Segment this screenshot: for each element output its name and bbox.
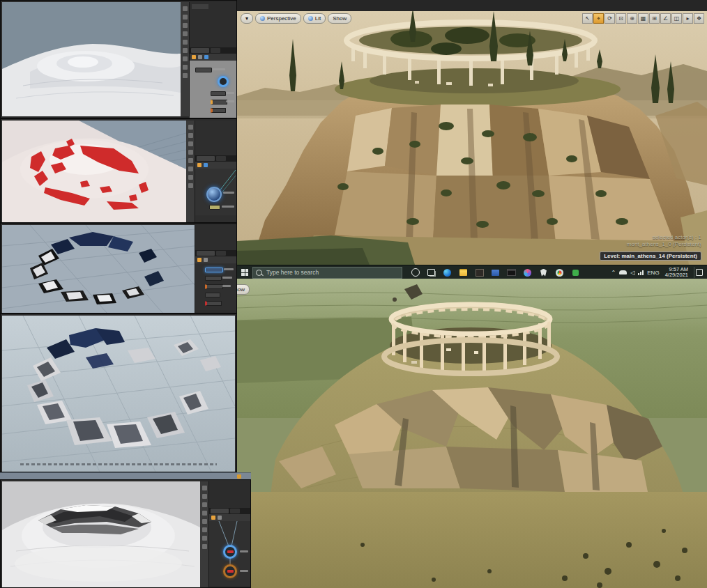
node-editor-toolbar-1[interactable] bbox=[190, 54, 236, 61]
language-indicator[interactable]: ENG bbox=[647, 270, 659, 276]
system-tray: ⌃ ◁ ENG 9:57 AM 4/29/2021 bbox=[611, 267, 707, 279]
windows-logo-icon bbox=[241, 269, 248, 276]
perspective-button[interactable]: Perspective bbox=[255, 13, 301, 24]
sop-node[interactable] bbox=[211, 100, 227, 105]
green-app-icon[interactable] bbox=[570, 267, 581, 279]
selected-sop-node[interactable] bbox=[206, 187, 222, 202]
perspective-icon bbox=[260, 16, 265, 21]
tool-icon[interactable] bbox=[192, 55, 196, 59]
task-view-icon[interactable] bbox=[425, 267, 437, 279]
cortana-icon[interactable] bbox=[409, 267, 421, 279]
node-editor-toolbar-3[interactable] bbox=[195, 256, 236, 263]
scale-snap-icon[interactable]: ◫ bbox=[671, 13, 682, 24]
scale-tool-icon[interactable]: ⊡ bbox=[616, 13, 626, 24]
viewport-toolbar-strip-1[interactable] bbox=[181, 2, 189, 116]
taskbar-clock[interactable]: 9:57 AM 4/29/2021 bbox=[663, 267, 690, 279]
select-tool-icon[interactable]: ↖ bbox=[582, 13, 593, 24]
rotate-tool-icon[interactable]: ⟳ bbox=[605, 13, 615, 24]
notification-center-button[interactable] bbox=[694, 267, 704, 278]
sop-node[interactable] bbox=[205, 301, 222, 306]
start-button[interactable] bbox=[237, 265, 252, 279]
houdini-panel-3 bbox=[0, 223, 237, 314]
sop-node[interactable] bbox=[211, 108, 226, 113]
node-editor-tabs-1[interactable] bbox=[190, 47, 236, 54]
sop-node[interactable] bbox=[211, 91, 226, 96]
command-prompt-icon[interactable] bbox=[505, 267, 517, 279]
node-editor-tabs-5[interactable] bbox=[209, 508, 250, 514]
node-editor-tabs-2[interactable] bbox=[195, 155, 236, 162]
sop-node[interactable] bbox=[205, 284, 223, 289]
terrain-viewport-3[interactable] bbox=[2, 225, 195, 313]
file-explorer-icon[interactable] bbox=[457, 267, 469, 279]
blue-folder-app-icon[interactable] bbox=[489, 267, 501, 279]
onedrive-cloud-icon[interactable] bbox=[619, 270, 627, 274]
chrome-icon[interactable] bbox=[554, 267, 565, 279]
node-editor-toolbar-2[interactable] bbox=[195, 162, 236, 169]
viewport-toolbar-strip-5[interactable] bbox=[200, 481, 208, 587]
surface-snap-icon[interactable]: ▦ bbox=[638, 13, 648, 24]
tool-icon[interactable] bbox=[204, 55, 208, 59]
selected-sop-node[interactable] bbox=[218, 76, 229, 87]
tool-icon[interactable] bbox=[198, 55, 202, 59]
terrain-viewport-2[interactable] bbox=[2, 121, 186, 222]
terrain-viewport-1[interactable] bbox=[2, 2, 181, 116]
tool-icon[interactable] bbox=[204, 258, 208, 262]
ue-bottom-viewport[interactable]: Show bbox=[237, 279, 707, 588]
camera-speed-icon[interactable]: ▸ bbox=[683, 13, 693, 24]
viewport-toolbar: ▾ Perspective Lit Show bbox=[241, 13, 351, 24]
node-graph-2[interactable] bbox=[195, 169, 236, 215]
show-flags-button-clipped[interactable]: Show bbox=[237, 284, 250, 295]
search-icon bbox=[256, 270, 262, 276]
search-input[interactable] bbox=[265, 268, 399, 277]
sop-node[interactable] bbox=[205, 276, 222, 281]
dropdown-arrow-icon: ▾ bbox=[245, 14, 248, 23]
header-app-icon[interactable] bbox=[237, 474, 241, 479]
foreground-grass bbox=[237, 492, 707, 588]
node-editor-toolbar-5[interactable] bbox=[209, 514, 250, 521]
epic-games-icon[interactable] bbox=[538, 267, 549, 279]
edge-icon[interactable] bbox=[441, 267, 453, 279]
move-tool-icon[interactable]: ⌖ bbox=[593, 13, 604, 24]
network-icon[interactable] bbox=[638, 270, 644, 275]
level-badge[interactable]: Level: main_athens_14 (Persistent) bbox=[600, 252, 701, 261]
notification-icon bbox=[696, 269, 703, 276]
sop-node[interactable] bbox=[195, 68, 212, 72]
tool-icon[interactable] bbox=[197, 163, 202, 167]
selected-sop-node[interactable] bbox=[205, 268, 223, 272]
terrain-viewport-4[interactable] bbox=[2, 316, 235, 472]
chevron-up-icon[interactable]: ⌃ bbox=[611, 270, 616, 276]
transform-toolbar: ↖ ⌖ ⟳ ⊡ ⊕ ▦ ⊞ ∠ ◫ ▸ ❖ bbox=[582, 13, 704, 24]
tool-icon[interactable] bbox=[218, 516, 222, 520]
rotation-snap-icon[interactable]: ∠ bbox=[660, 13, 671, 24]
tool-icon[interactable] bbox=[197, 258, 202, 262]
screenshot-collage: ▾ Perspective Lit Show ↖ ⌖ ⟳ ⊡ ⊕ ▦ ⊞ ∠ ◫… bbox=[0, 0, 707, 588]
sop-node[interactable] bbox=[209, 205, 220, 210]
show-flags-button[interactable]: Show bbox=[328, 13, 351, 24]
houdini-panel-5 bbox=[0, 479, 251, 588]
node-graph-1[interactable] bbox=[190, 61, 236, 118]
photos-icon[interactable] bbox=[522, 267, 533, 279]
houdini-panel-4 bbox=[0, 314, 237, 472]
viewport-options-button[interactable]: ▾ bbox=[241, 13, 253, 24]
lit-mode-button[interactable]: Lit bbox=[303, 13, 326, 24]
sop-node-flagged[interactable] bbox=[223, 564, 237, 578]
windows-taskbar: ⌃ ◁ ENG 9:57 AM 4/29/2021 bbox=[237, 265, 707, 279]
maximize-viewport-icon[interactable]: ❖ bbox=[694, 13, 704, 24]
taskbar-search[interactable] bbox=[252, 267, 402, 279]
node-graph-3[interactable] bbox=[195, 263, 236, 310]
viewport-toolbar-strip-2[interactable] bbox=[186, 121, 195, 222]
grid-snap-icon[interactable]: ⊞ bbox=[649, 13, 660, 24]
terrain-viewport-5[interactable] bbox=[2, 481, 200, 587]
ue-top-viewport[interactable]: ▾ Perspective Lit Show ↖ ⌖ ⟳ ⊡ ⊕ ▦ ⊞ ∠ ◫… bbox=[237, 11, 707, 265]
sop-node[interactable] bbox=[205, 293, 220, 297]
volume-icon[interactable]: ◁ bbox=[630, 270, 634, 276]
tool-icon[interactable] bbox=[211, 516, 215, 520]
selected-sop-node[interactable] bbox=[223, 545, 237, 559]
coordinate-space-icon[interactable]: ⊕ bbox=[627, 13, 637, 24]
viewport-caption-text bbox=[20, 463, 217, 465]
clock-date: 4/29/2021 bbox=[665, 272, 688, 279]
tool-icon[interactable] bbox=[204, 163, 208, 167]
node-editor-tabs-3[interactable] bbox=[195, 250, 236, 256]
photos-dark-app-icon[interactable] bbox=[473, 267, 485, 279]
node-graph-5[interactable] bbox=[209, 521, 250, 586]
